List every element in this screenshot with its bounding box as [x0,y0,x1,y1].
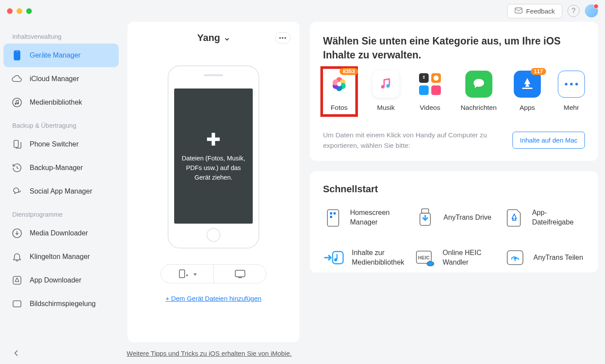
sidebar-item-label: Phone Switcher [30,140,79,148]
sidebar-group-utilities: Dienstprogramme [3,203,119,221]
history-icon [11,162,23,173]
category-videos[interactable]: Videos [416,71,443,114]
sidebar-item-label: Social App Manager [30,187,92,195]
quickstart-label: Online HEIC Wandler [443,248,495,267]
device-preview[interactable]: ✚ Dateien (Fotos, Musik, PDFs usw.) auf … [168,65,259,248]
add-files-link[interactable]: + Dem Gerät Dateien hinzufügen [165,295,261,302]
category-label: Apps [519,104,535,112]
device-name: Yang [197,32,220,44]
cloud-icon [11,73,23,85]
badge: 117 [531,68,546,75]
sidebar-item-screen-mirroring[interactable]: Bildschirmspiegelung [3,292,119,316]
category-musik[interactable]: Musik [372,71,399,114]
sidebar-item-device-manager[interactable]: Geräte Manager [3,44,119,67]
download-icon [11,228,23,239]
svg-point-37 [334,258,337,261]
quickstart-anytrans-share[interactable]: AnyTrans Teilen [504,246,585,269]
feedback-label: Feedback [526,7,555,15]
cloud-upload-icon [504,246,526,269]
sidebar-item-label: Media Downloader [30,229,88,237]
category-panel: Wählen Sie unten eine Kategorie aus, um … [310,22,598,161]
device-selector[interactable]: Yang [197,32,230,44]
quickstart-homescreen-manager[interactable]: Homescreen Manager [323,206,405,229]
window-controls [7,8,32,14]
badge: 8353 [340,68,358,75]
export-to-mac-button[interactable]: Inhalte auf den Mac [512,132,585,149]
sidebar-item-icloud-manager[interactable]: iCloud Manager [3,67,119,91]
category-fotos[interactable]: 8353 Fotos [323,69,355,114]
quickstart-title: Schnellstart [323,184,585,195]
chevron-down-icon [193,270,197,278]
footer: Weitere Tipps und Tricks zu iOS erhalten… [0,342,605,364]
category-mehr[interactable]: Mehr [558,71,585,114]
device-more-button[interactable]: ••• [275,32,291,44]
homescreen-icon [323,206,343,229]
cast-to-screen-button[interactable] [213,265,266,283]
sidebar-item-media-downloader[interactable]: Media Downloader [3,221,119,245]
chat-icon [11,186,23,197]
file-app-icon [504,206,525,229]
quickstart-app-filesharing[interactable]: App-Dateifreigabe [504,206,585,229]
quickstart-heic-converter[interactable]: HEIC Online HEIC Wandler [414,246,495,269]
svg-point-4 [15,103,17,105]
drop-zone[interactable]: ✚ Dateien (Fotos, Musik, PDFs usw.) auf … [174,88,253,224]
svg-point-40 [427,262,434,266]
sidebar-group-backup: Backup & Übertragung [3,114,119,133]
svg-rect-23 [419,85,429,95]
sidebar-item-phone-switcher[interactable]: Phone Switcher [3,133,119,156]
svg-point-19 [381,85,385,88]
category-label: Mehr [564,104,579,112]
category-apps[interactable]: 117 Apps [514,71,541,114]
sidebar-item-backup-manager[interactable]: Backup-Manager [3,156,119,180]
svg-rect-8 [13,276,21,284]
device-actions [161,264,266,283]
quickstart-label: App-Dateifreigabe [532,208,585,227]
quickstart-label: Inhalte zur Medienbibliothek [352,248,405,267]
sidebar-item-label: iCloud Manager [30,75,79,83]
svg-rect-6 [14,140,18,147]
svg-point-20 [386,84,390,88]
tips-link[interactable]: Weitere Tipps und Tricks zu iOS erhalten… [127,350,292,357]
heic-icon: HEIC [414,246,436,269]
device-panel: Yang ••• ✚ Dateien (Fotos, Musik, PDFs u… [127,22,299,342]
chevron-down-icon [224,32,230,44]
sidebar-item-label: App Downloader [30,276,81,284]
photos-icon: 8353 [326,71,353,98]
quickstart-label: AnyTrans Teilen [533,253,583,262]
back-button[interactable] [10,347,22,359]
drop-zone-text: Dateien (Fotos, Musik, PDFs usw.) auf da… [179,154,248,182]
sidebar-item-label: Medienbibliothek [30,99,82,106]
videos-icon [416,71,443,98]
sidebar-item-media-library[interactable]: Medienbibliothek [3,91,119,114]
usb-drive-icon [414,206,437,229]
svg-rect-34 [422,209,429,213]
quickstart-anytrans-drive[interactable]: AnyTrans Drive [414,206,495,229]
category-label: Nachrichten [461,104,497,112]
svg-rect-24 [431,85,441,95]
svg-text:HEIC: HEIC [418,255,430,260]
sidebar-group-content: Inhaltsverwaltung [3,25,119,44]
svg-rect-32 [333,212,336,214]
plus-icon: ✚ [206,129,221,150]
category-label: Fotos [331,104,348,112]
close-window[interactable] [7,8,13,14]
titlebar: Feedback ? [0,0,605,22]
svg-point-25 [433,75,439,81]
sidebar-item-app-downloader[interactable]: App Downloader [3,269,119,292]
quickstart-panel: Schnellstart Homescreen Manager AnyTrans… [310,171,598,272]
avatar[interactable] [585,4,598,17]
quickstart-to-media-library[interactable]: Inhalte zur Medienbibliothek [323,246,405,269]
category-nachrichten[interactable]: Nachrichten [461,71,497,114]
help-button[interactable]: ? [567,5,580,17]
main-area: Yang ••• ✚ Dateien (Fotos, Musik, PDFs u… [122,22,605,342]
minimize-window[interactable] [17,8,22,14]
svg-rect-0 [515,8,522,13]
bell-icon [11,251,23,262]
feedback-button[interactable]: Feedback [507,4,562,18]
sidebar-item-social-app-manager[interactable]: Social App Manager [3,180,119,203]
svg-rect-33 [330,216,332,218]
cut-to-device-button[interactable] [161,265,213,283]
sidebar-item-ringtone-manager[interactable]: Klingelton Manager [3,245,119,269]
svg-point-3 [13,98,21,107]
maximize-window[interactable] [26,8,32,14]
